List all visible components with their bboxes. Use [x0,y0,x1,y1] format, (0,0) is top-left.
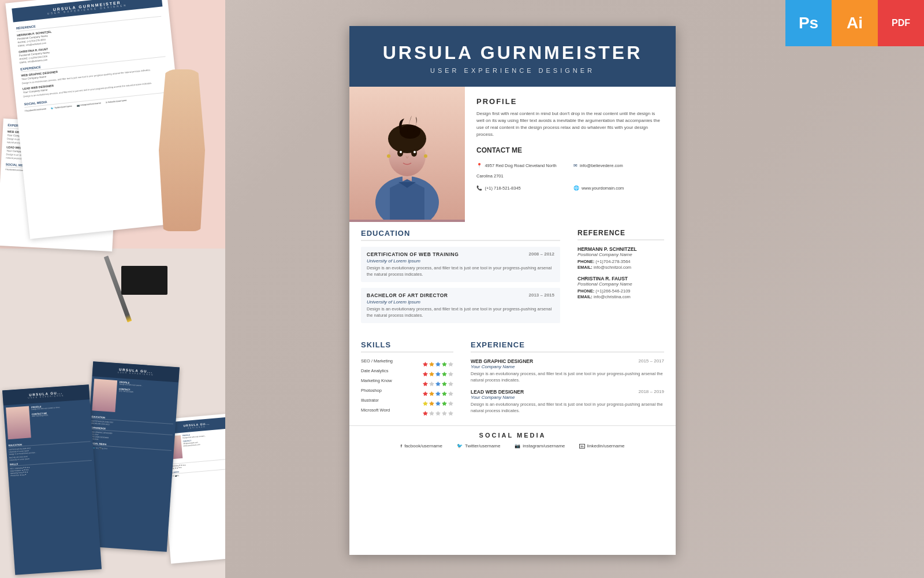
svg-marker-37 [423,411,428,416]
education-heading: EDUCATION [361,229,560,241]
edu-uni-2: University of Lorem Ipsum [367,299,554,305]
social-linkedin: in linkedin/username [579,443,624,449]
edu-desc-1: Design is an evolutionary process, and f… [367,265,554,277]
twitter-handle: Twitter/username [465,443,500,449]
svg-marker-20 [442,372,447,376]
experience-entry-2: LEAD WEB DESIGNER 2018 – 2019 Your Compa… [471,389,664,414]
svg-marker-16 [448,362,453,366]
exp-role-2: LEAD WEB DESIGNER [471,389,524,395]
linkedin-icon: in [579,444,584,449]
svg-marker-15 [442,362,447,366]
edu-degree-2: BACHELOR OF ART DIRECTOR [367,292,448,298]
star-1 [423,358,428,364]
contact-website-item: 🌐 www.yourdomain.com [573,181,665,192]
skill-stars-analytics [423,368,453,373]
ref-company-1: Positional Company Name [578,252,664,257]
email-icon: ✉ [573,163,578,168]
resume-title: USER EXPERIENCE DESIGNER [367,67,658,74]
reference-person-2: CHRISTINA R. FAUST Positional Company Na… [578,276,664,299]
skill-name-word: Microsoft Word [361,407,390,413]
svg-marker-25 [442,381,447,386]
instagram-handle: instagram/username [523,443,565,449]
contact-address-item: 📍 4957 Red Dog Road Cleveland North Caro… [476,159,568,180]
svg-point-8 [400,151,402,153]
svg-marker-39 [435,411,441,416]
svg-marker-35 [442,401,447,406]
skill-row-marketing: Marketing Know [361,378,453,383]
contact-website: www.yourdomain.com [582,186,624,191]
svg-marker-28 [429,391,434,396]
svg-point-10 [387,154,390,158]
svg-marker-31 [448,391,453,396]
twitter-icon: 🐦 [457,443,463,449]
exp-role-1: WEB GRAPHIC DESIGNER [471,358,533,364]
education-section: EDUCATION CERTIFICATION OF WEB TRAINING … [349,222,569,335]
edu-desc-2: Design is an evolutionary process, and f… [367,306,554,318]
reference-heading: REFERENCE [578,229,664,240]
exp-company-1: Your Company Name [471,364,664,369]
phone-icon: 📞 [476,186,482,191]
skill-row-seo: SEO / Marketing [361,358,453,364]
skill-row-photoshop: Photoshop [361,388,453,393]
social-heading: SOCIAL MEDIA [361,432,664,439]
profile-text: Design first with real content in mind b… [476,110,664,138]
edu-year-2: 2013 – 2015 [529,292,555,298]
reference-section: REFERENCE HERMANN P. SCHNITZEL Positiona… [569,222,676,335]
exp-desc-1: Design is an evolutionary process, and f… [471,371,664,383]
svg-marker-41 [448,411,453,416]
left-preview-area: URSULA GURNMEISTER USER EXPERIENCE DESIG… [0,0,225,578]
svg-marker-27 [423,391,428,396]
experience-heading: EXPERIENCE [471,340,664,353]
photoshop-button[interactable]: Ps [785,0,832,46]
contact-phone: (+1) 718-521-8345 [485,186,520,191]
education-entry-1: CERTIFICATION OF WEB TRAINING 2008 – 201… [361,247,560,282]
svg-marker-23 [429,381,434,386]
svg-marker-19 [435,372,441,376]
svg-point-9 [413,151,416,153]
education-entry-2: BACHELOR OF ART DIRECTOR 2013 – 2015 Uni… [361,288,560,323]
exp-company-2: Your Company Name [471,395,664,400]
preview-dark-1: URSULA GU... USER EXPERIENCE PROFILE Des… [2,384,102,575]
box-decoration [121,266,167,295]
ref-email-1: EMAIL: info@schnitzol.com [578,265,664,270]
skill-name-analytics: Date Analytics [361,368,389,373]
ref-company-2: Positional Company Name [578,281,664,287]
skills-heading: SKILLS [361,340,453,353]
skill-stars-word [423,407,453,413]
hand-holding [144,69,219,254]
contact-email-item: ✉ info@believedere.com [573,159,665,180]
facebook-icon: f [400,443,402,449]
pdf-button[interactable]: PDF [878,0,924,46]
profile-heading: PROFILE [476,97,664,106]
illustrator-button[interactable]: Ai [832,0,878,46]
ai-label: Ai [847,14,863,32]
contact-phone-item: 📞 (+1) 718-521-8345 [476,181,568,192]
svg-marker-18 [429,372,434,376]
skill-stars-seo [423,358,453,364]
resume-top-section: PROFILE Design first with real content i… [349,87,676,222]
svg-marker-30 [442,391,447,396]
facebook-handle: facbook/username [404,443,442,449]
ref-name-2: CHRISTINA R. FAUST [578,276,664,281]
svg-marker-33 [429,401,434,406]
ref-email-2: EMAIL: info@christina.com [578,294,664,299]
svg-point-5 [400,125,420,139]
star-4 [442,358,447,364]
ps-label: Ps [799,14,818,32]
ref-phone-2: PHONE: (+1)266-546-2109 [578,288,664,294]
social-links: f facbook/username 🐦 Twitter/username 📷 … [361,443,664,449]
resume-document: URSULA GURNMEISTER USER EXPERIENCE DESIG… [349,26,676,555]
skill-stars-marketing [423,378,453,383]
svg-marker-17 [423,372,428,376]
svg-point-6 [397,150,403,157]
skill-stars-photoshop [423,388,453,393]
edu-degree-1: CERTIFICATION OF WEB TRAINING [367,251,459,257]
star-3 [435,358,441,364]
svg-marker-40 [442,411,447,416]
svg-marker-29 [435,391,441,396]
svg-marker-38 [429,411,434,416]
skill-row-illustrator: Illustrator [361,398,453,403]
svg-marker-21 [448,372,453,376]
svg-point-11 [424,154,427,158]
app-toolbar: Ps Ai PDF [785,0,924,46]
